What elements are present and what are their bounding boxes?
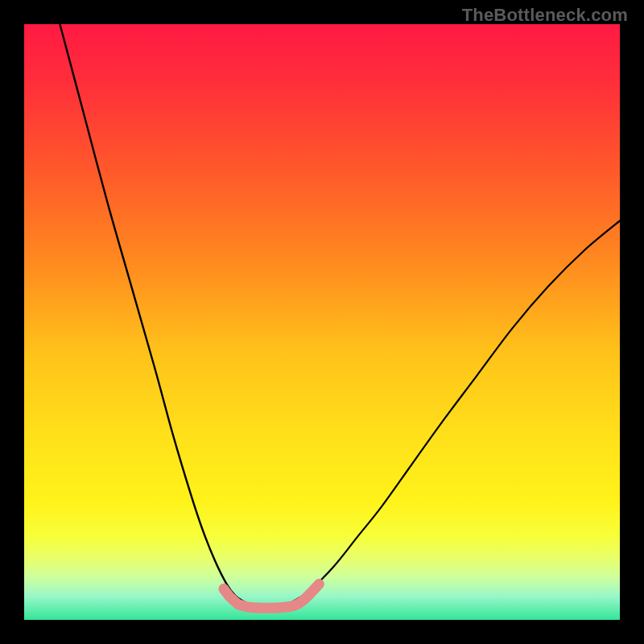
- right-valley-curve: [292, 221, 620, 602]
- left-valley-curve: [60, 24, 244, 602]
- plot-area: [24, 24, 620, 620]
- watermark-text: TheBottleneck.com: [462, 5, 628, 26]
- chart-stage: TheBottleneck.com: [0, 0, 644, 644]
- curve-layer: [24, 24, 620, 620]
- valley-floor-highlight: [224, 584, 319, 609]
